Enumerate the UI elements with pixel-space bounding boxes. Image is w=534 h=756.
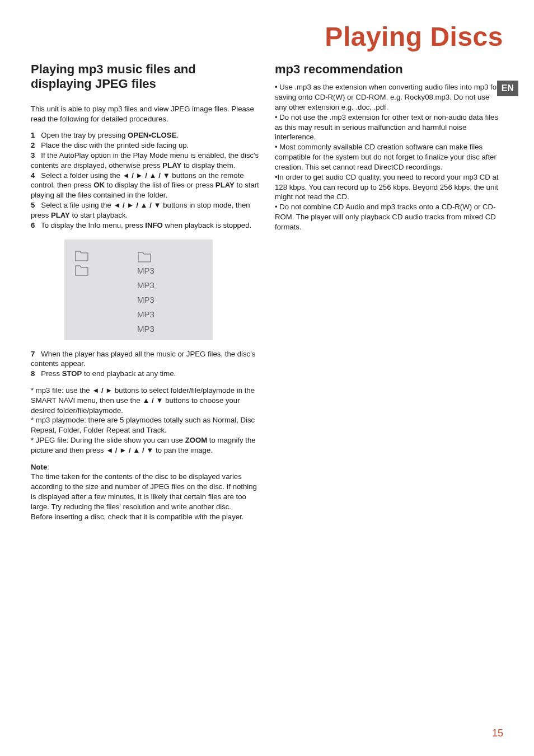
mp3-label: MP3	[137, 280, 154, 291]
diagram-left-folders	[74, 250, 89, 279]
step-5: 5 Select a file using the ◄ / ► / ▲ / ▼ …	[31, 200, 259, 220]
button-ref: STOP	[62, 369, 82, 378]
bullet-item: • Most commonly available CD creation so…	[275, 142, 503, 172]
left-column: Playing mp3 music files and displaying J…	[31, 62, 259, 522]
note-label: Note	[31, 463, 47, 471]
arrow-keys: ◄ / ► / ▲ / ▼	[106, 446, 153, 454]
bullet-item: •In order to get audio CD quality, you n…	[275, 172, 503, 202]
step-text: when playback is stopped.	[163, 221, 251, 229]
step-text: To display the Info menu, press	[41, 221, 145, 229]
list-item: MP3	[137, 308, 154, 322]
note-body-1: The time taken for the contents of the d…	[31, 472, 259, 511]
arrow-keys: ◄ / ►	[92, 386, 113, 395]
page-title-banner: Playing Discs	[31, 21, 503, 52]
button-ref: PLAY	[51, 211, 70, 219]
right-column: mp3 recommendation • Use .mp3 as the ext…	[275, 62, 503, 522]
arrow-keys: ◄ / ► / ▲ / ▼	[113, 201, 161, 209]
folder-icon	[74, 250, 89, 262]
button-ref: OK	[93, 181, 105, 189]
folder-icon	[137, 251, 152, 263]
note-text: * JPEG file: During the slide show you c…	[31, 436, 185, 444]
arrow-keys: ▲ / ▼	[142, 396, 163, 405]
step-6: 6 To display the Info menu, press INFO w…	[31, 220, 259, 231]
step-text: Press	[41, 369, 62, 378]
step-number: 3	[31, 151, 35, 159]
language-badge: EN	[497, 81, 518, 96]
step-number: 7	[31, 350, 35, 358]
step-text: .	[176, 131, 179, 139]
step-3: 3 If the AutoPlay option in the Play Mod…	[31, 151, 259, 171]
list-item: MP3	[137, 279, 154, 293]
step-text: Place the disc with the printed side fac…	[41, 141, 189, 149]
button-ref: PLAY	[216, 181, 235, 189]
step-text: Select a folder using the	[41, 171, 122, 180]
step-2: 2 Place the disc with the printed side f…	[31, 140, 259, 151]
step-text: to start playback.	[70, 211, 128, 219]
step-4: 4 Select a folder using the ◄ / ► / ▲ / …	[31, 171, 259, 200]
page-number: 15	[492, 727, 503, 739]
step-text: to display them.	[181, 161, 235, 170]
step-number: 6	[31, 221, 35, 229]
bullet-item: • Do not combine CD Audio and mp3 tracks…	[275, 202, 503, 232]
bullet-item: • Do not use the .mp3 extension for othe…	[275, 112, 503, 142]
folder-diagram: MP3 MP3 MP3 MP3 MP3	[64, 240, 213, 340]
mp3-label: MP3	[137, 323, 154, 335]
asterisk-note-2: * mp3 playmode: there are 5 playmodes to…	[31, 415, 259, 435]
step-number: 4	[31, 171, 35, 180]
asterisk-note-3: * JPEG file: During the slide show you c…	[31, 435, 259, 456]
step-text: to display the list of files or press	[105, 181, 216, 189]
note-body-2: Before inserting a disc, check that it i…	[31, 512, 259, 522]
list-item: MP3	[137, 293, 154, 308]
mp3-label: MP3	[137, 265, 154, 276]
left-heading: Playing mp3 music files and displaying J…	[31, 62, 259, 92]
step-8: 8 Press STOP to end playback at any time…	[31, 369, 259, 379]
step-number: 1	[31, 131, 35, 139]
step-number: 8	[31, 369, 35, 378]
asterisk-note-1: * mp3 file: use the ◄ / ► buttons to sel…	[31, 386, 259, 415]
diagram-file-list: MP3 MP3 MP3 MP3 MP3	[137, 250, 154, 337]
step-text: to end playback at any time.	[82, 369, 176, 378]
step-text: When the player has played all the music…	[31, 350, 255, 368]
step-text: Open the tray by pressing	[41, 131, 128, 139]
list-item	[137, 250, 154, 264]
step-number: 5	[31, 201, 35, 209]
mp3-label: MP3	[137, 294, 154, 306]
step-7: 7 When the player has played all the mus…	[31, 349, 259, 369]
button-ref: PLAY	[162, 161, 181, 170]
note-text: to pan the image.	[153, 446, 213, 454]
intro-text: This unit is able to play mp3 files and …	[31, 104, 259, 124]
note-block: Note:	[31, 462, 259, 472]
step-1: 1 Open the tray by pressing OPEN•CLOSE.	[31, 130, 259, 140]
list-item: MP3	[137, 322, 154, 337]
note-text: * mp3 file: use the	[31, 386, 92, 395]
right-heading: mp3 recommendation	[275, 62, 503, 77]
step-text: Select a file using the	[41, 201, 113, 209]
button-ref: ZOOM	[185, 436, 208, 444]
folder-icon	[74, 264, 89, 276]
step-number: 2	[31, 141, 35, 149]
note-colon: :	[47, 463, 49, 471]
button-ref: OPEN•CLOSE	[128, 131, 176, 139]
recommendation-list: • Use .mp3 as the extension when convert…	[275, 82, 503, 232]
arrow-keys: ◄ / ► / ▲ / ▼	[123, 171, 170, 180]
list-item: MP3	[137, 264, 154, 279]
button-ref: INFO	[145, 221, 163, 229]
bullet-item: • Use .mp3 as the extension when convert…	[275, 82, 503, 112]
content-columns: Playing mp3 music files and displaying J…	[31, 62, 503, 522]
mp3-label: MP3	[137, 309, 154, 320]
